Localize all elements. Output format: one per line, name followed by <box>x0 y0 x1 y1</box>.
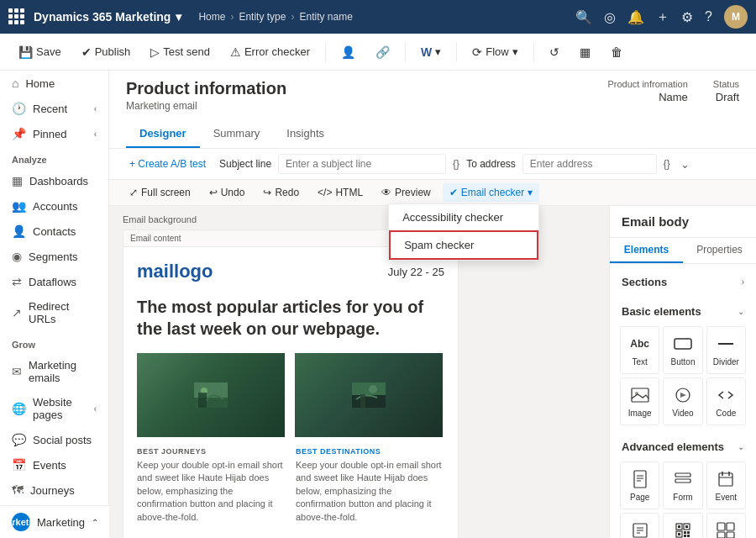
basic-chevron-icon: ⌄ <box>738 307 744 316</box>
chevron-down-icon[interactable]: ⌄ <box>677 155 693 174</box>
element-divider-label: Divider <box>713 357 739 367</box>
tab-properties[interactable]: Properties <box>683 238 756 263</box>
preview-button[interactable]: 👁 Preview <box>375 183 438 202</box>
share-button[interactable]: 👤 <box>333 41 364 63</box>
advanced-elements-grid: Page Form <box>613 458 753 538</box>
breadcrumb-entity-name[interactable]: Entity name <box>299 11 352 23</box>
email-content-wrapper: Email content maillogo July 22 - 25 The … <box>123 229 459 538</box>
refresh-button[interactable]: ↺ <box>541 41 568 63</box>
target-icon[interactable]: ◎ <box>604 9 616 25</box>
sidebar-item-accounts[interactable]: 👥 Accounts <box>0 193 108 219</box>
table-button[interactable]: ▦ <box>571 41 599 63</box>
publish-button[interactable]: ✔ Publish <box>73 41 139 63</box>
sections-chevron-icon: › <box>742 277 744 287</box>
sections-header[interactable]: Sections › <box>613 271 753 293</box>
tab-elements[interactable]: Elements <box>610 238 683 263</box>
page-header: Product information Marketing email Prod… <box>109 71 756 149</box>
article-1-tag: BEST JOURNEYS <box>137 447 286 456</box>
brand-name[interactable]: Dynamics 365 Marketing ▾ <box>34 10 181 24</box>
right-panel-tabs: Elements Properties <box>610 238 756 264</box>
email-subject-toolbar: + Create A/B test Subject line {} To add… <box>109 149 756 180</box>
tab-designer[interactable]: Designer <box>126 120 200 148</box>
breadcrumb-entity-type[interactable]: Entity type <box>239 11 286 23</box>
sidebar-item-website-pages[interactable]: 🌐 Website pages ‹ <box>0 390 108 427</box>
email-checker-button[interactable]: ✔ Email checker ▾ <box>443 183 539 202</box>
sidebar-item-contacts[interactable]: 👤 Contacts <box>0 219 108 244</box>
sidebar-item-redirect-urls[interactable]: ↗ Redirect URLs <box>0 294 108 331</box>
sidebar-item-segments[interactable]: ◉ Segments <box>0 244 108 269</box>
element-button[interactable]: Button <box>663 326 702 374</box>
sidebar-item-dataflows[interactable]: ⇄ Dataflows <box>0 269 108 294</box>
error-checker-button[interactable]: ⚠ Error checker <box>222 41 318 63</box>
fullscreen-button[interactable]: ⤢ Full screen <box>123 183 197 202</box>
sidebar-item-pinned[interactable]: 📌 Pinned ‹ <box>0 121 108 146</box>
tab-summary[interactable]: Summary <box>200 120 274 148</box>
sidebar-item-social-posts[interactable]: 💬 Social posts <box>0 427 108 452</box>
sidebar-item-marketing-emails[interactable]: ✉ Marketing emails <box>0 353 108 390</box>
address-input[interactable] <box>522 154 657 174</box>
svg-rect-40 <box>717 532 725 538</box>
word-button[interactable]: W ▾ <box>412 41 449 63</box>
redo-button[interactable]: ↪ Redo <box>256 183 306 202</box>
sidebar-footer-marketing[interactable]: Marketing Marketing ⌃ <box>0 506 109 538</box>
flow-icon: ⟳ <box>472 45 482 59</box>
tab-insights[interactable]: Insights <box>273 120 338 148</box>
address-bracket: {} <box>664 158 670 170</box>
element-qr-code[interactable]: QR code <box>663 513 702 538</box>
advanced-elements-header[interactable]: Advanced elements ⌄ <box>613 435 753 458</box>
flow-button[interactable]: ⟳ Flow ▾ <box>464 41 526 63</box>
plus-icon[interactable]: ＋ <box>656 8 669 26</box>
preview-icon: 👁 <box>381 187 391 198</box>
html-button[interactable]: </> HTML <box>311 183 370 202</box>
panel-advanced-elements: Advanced elements ⌄ Page <box>610 435 756 538</box>
email-article-1: BEST JOURNEYS Keep your double opt-in em… <box>137 447 286 524</box>
sidebar-item-home[interactable]: ⌂ Home <box>0 71 108 96</box>
element-divider[interactable]: Divider <box>706 326 746 374</box>
help-icon[interactable]: ? <box>705 9 712 24</box>
link-button[interactable]: 🔗 <box>367 41 398 63</box>
pin-icon: 📌 <box>12 127 26 140</box>
chevron-right-icon: ‹ <box>94 129 97 139</box>
subject-input[interactable] <box>278 154 446 174</box>
avatar[interactable]: M <box>724 5 748 29</box>
element-page[interactable]: Page <box>620 462 659 509</box>
element-text-label: Text <box>632 357 647 367</box>
sidebar-item-journeys[interactable]: 🗺 Journeys <box>0 477 108 503</box>
element-text[interactable]: Abc Text <box>620 326 659 374</box>
element-form[interactable]: Form <box>663 462 702 509</box>
element-survey[interactable]: Survey <box>620 513 659 538</box>
delete-button[interactable]: 🗑 <box>602 41 631 63</box>
svg-rect-18 <box>675 473 690 477</box>
sidebar-item-events[interactable]: 📅 Events <box>0 452 108 477</box>
email-image-2 <box>295 353 443 437</box>
delete-icon: 🗑 <box>611 45 622 59</box>
accessibility-checker-item[interactable]: Accessibility checker <box>389 204 538 230</box>
search-icon[interactable]: 🔍 <box>575 9 592 25</box>
svg-rect-3 <box>198 393 207 408</box>
grow-section-header: Grow <box>0 331 108 353</box>
element-code[interactable]: Code <box>706 377 746 425</box>
element-content-block[interactable]: Content block <box>706 513 746 538</box>
sidebar-item-dashboards[interactable]: ▦ Dashboards <box>0 168 108 193</box>
breadcrumb-home[interactable]: Home <box>198 11 225 23</box>
social-icon: 💬 <box>12 433 26 446</box>
basic-elements-header[interactable]: Basic elements ⌄ <box>613 300 753 323</box>
ab-test-button[interactable]: + Create A/B test <box>123 155 213 173</box>
spam-checker-item[interactable]: Spam checker <box>389 230 538 260</box>
save-button[interactable]: 💾 Save <box>10 41 70 63</box>
element-video[interactable]: Video <box>663 377 702 425</box>
text-element-icon: Abc <box>628 334 652 354</box>
svg-rect-35 <box>687 531 690 534</box>
settings-icon[interactable]: ⚙ <box>681 9 693 25</box>
test-send-button[interactable]: ▷ Test send <box>142 41 218 63</box>
marketing-avatar: Marketing <box>12 513 30 531</box>
undo-button[interactable]: ↩ Undo <box>202 183 252 202</box>
sidebar-item-recent[interactable]: 🕐 Recent ‹ <box>0 96 108 121</box>
divider-2 <box>405 42 406 62</box>
grid-menu-button[interactable] <box>8 8 25 25</box>
bell-icon[interactable]: 🔔 <box>627 9 644 25</box>
page-subtitle: Marketing email <box>126 100 286 112</box>
link-icon: 🔗 <box>375 45 390 59</box>
element-event[interactable]: Event <box>706 462 746 509</box>
element-image[interactable]: Image <box>620 377 659 425</box>
